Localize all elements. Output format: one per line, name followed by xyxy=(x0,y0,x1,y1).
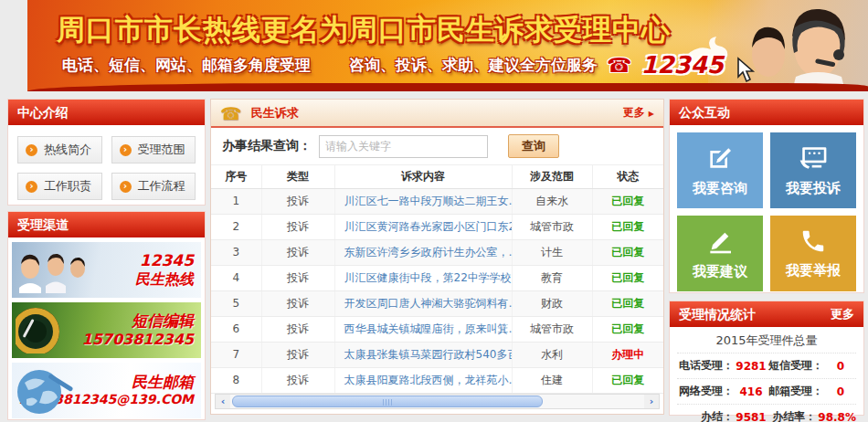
public-interaction-title: 公众互动 xyxy=(679,100,730,125)
report-tile-label: 我要举报 xyxy=(786,262,841,280)
table-row: 5 投诉 开发区周口唐人神湘大骆驼饲料有… 财政 已回复 xyxy=(211,290,663,316)
col-no: 序号 xyxy=(211,165,261,188)
channels-title: 受理渠道 xyxy=(17,212,69,237)
report-tile[interactable]: 我要举报 xyxy=(770,216,856,291)
statistics-panel: 受理情况统计 更多 2015年受理件总量 电话受理： 9281 短信受理： 0 … xyxy=(669,301,864,416)
work-flow-button[interactable]: › 工作流程 xyxy=(111,173,196,200)
hotline-intro-button[interactable]: › 热线简介 xyxy=(17,136,102,164)
hand-cursor-icon xyxy=(729,57,760,84)
sms-channel-banner[interactable]: 短信编辑 15703812345 xyxy=(12,302,201,358)
stats-row: 网络受理： 416 邮箱受理： 0 xyxy=(677,378,856,404)
channels-header: 受理渠道 xyxy=(8,212,205,237)
compass-illustration xyxy=(16,308,79,353)
mail-channel-banner[interactable]: 民生邮箱 15703812345@139.COM xyxy=(12,363,201,418)
arrow-dot-icon: › xyxy=(120,144,132,156)
close-rate-label: 办结率： xyxy=(772,409,816,422)
appeal-link[interactable]: 开发区周口唐人神湘大骆驼饲料有… xyxy=(344,297,513,310)
hotline-intro-label: 热线简介 xyxy=(44,142,91,158)
complain-tile[interactable]: 我要投诉 xyxy=(770,132,856,208)
keyword-input[interactable] xyxy=(319,135,488,158)
appeals-table: 序号 类型 诉求内容 涉及范围 状态 1 投诉 川汇区七一路中段万顺达二期王女…… xyxy=(211,165,663,394)
web-accepted-label: 网络受理： xyxy=(679,384,734,399)
scrollbar-track[interactable] xyxy=(230,395,644,408)
status-badge: 已回复 xyxy=(611,297,644,310)
banner-subtitle-left: 电话、短信、网站、邮箱多角度受理 xyxy=(62,55,311,76)
statistics-header: 受理情况统计 更多 xyxy=(670,301,863,327)
table-row: 8 投诉 太康县阳夏路北段西侧，龙祥苑小… 住建 已回复 xyxy=(211,367,663,393)
table-row: 3 投诉 东新区许湾乡乡政府计生办公室，… 计生 已回复 xyxy=(211,239,663,265)
table-row: 6 投诉 西华县城关镇城隍庙街，原来叫箕… 城管市政 已回复 xyxy=(211,316,663,342)
sms-banner-label: 短信编辑 xyxy=(132,311,194,331)
col-status: 状态 xyxy=(592,165,663,188)
table-row: 7 投诉 太康县张集镇马菜园行政村540多亩… 水利 办理中 xyxy=(211,342,663,367)
sms-accepted-value: 0 xyxy=(825,360,856,373)
search-button[interactable]: 查询 xyxy=(508,134,559,158)
status-badge: 已回复 xyxy=(611,322,644,335)
gold-telephone-icon: ☎ xyxy=(220,103,242,123)
phone-handset-icon xyxy=(799,227,827,255)
center-intro-panel: 中心介绍 › 热线简介 › 受理范围 › 工作职责 › 工作流程 xyxy=(7,99,206,206)
appeal-link[interactable]: 太康县阳夏路北段西侧，龙祥苑小… xyxy=(344,374,513,386)
appeal-link[interactable]: 太康县张集镇马菜园行政村540多亩… xyxy=(344,348,513,361)
appeals-more-link[interactable]: 更多 ▶ xyxy=(623,105,654,121)
acceptance-scope-button[interactable]: › 受理范围 xyxy=(111,136,196,164)
close-rate-value: 98.8% xyxy=(818,411,856,422)
scrollbar-thumb[interactable] xyxy=(232,396,543,407)
appeals-title: 民生诉求 xyxy=(251,105,623,121)
appeal-link[interactable]: 东新区许湾乡乡政府计生办公室，… xyxy=(344,246,513,258)
appeal-link[interactable]: 西华县城关镇城隍庙街，原来叫箕… xyxy=(344,322,513,335)
center-intro-title: 中心介绍 xyxy=(17,100,69,125)
channels-panel: 受理渠道 12345 民生热线 短信编辑 15703812345 xyxy=(7,211,206,420)
arrow-dot-icon: › xyxy=(26,181,37,193)
suggest-tile-label: 我要建议 xyxy=(693,263,747,280)
statistics-title: 受理情况统计 xyxy=(679,301,756,327)
appeal-link[interactable]: 川汇区七一路中段万顺达二期王女… xyxy=(344,195,513,207)
arrow-dot-icon: › xyxy=(26,144,37,156)
banner-subtitle-right: 咨询、投诉、求助、建议全方位服务 xyxy=(349,55,598,76)
pencil-icon xyxy=(705,227,735,256)
work-flow-label: 工作流程 xyxy=(138,178,185,195)
status-badge: 已回复 xyxy=(611,374,644,386)
hotline-banner-number: 12345 xyxy=(140,251,194,270)
mail-banner-label: 民生邮箱 xyxy=(132,373,194,392)
appeals-header: ☎ 民生诉求 更多 ▶ xyxy=(211,100,663,128)
more-arrow-icon: ▶ xyxy=(649,110,654,118)
top-banner: 周口市市长热线更名为周口市民生诉求受理中心 电话、短信、网站、邮箱多角度受理 咨… xyxy=(27,0,868,91)
table-row: 4 投诉 川汇区健康街中段，第22中学学校… 教育 已回复 xyxy=(211,265,663,290)
table-row: 1 投诉 川汇区七一路中段万顺达二期王女… 自来水 已回复 xyxy=(211,188,663,214)
appeals-panel: ☎ 民生诉求 更多 ▶ 办事结果查询： 查询 序号 类型 诉求内容 涉及范围 状… xyxy=(210,99,664,415)
statistics-subtitle: 2015年受理件总量 xyxy=(670,327,863,353)
hotline-channel-banner[interactable]: 12345 民生热线 xyxy=(12,242,201,298)
closed-value: 9581 xyxy=(736,411,767,422)
mail-accepted-label: 邮箱受理： xyxy=(768,384,823,399)
result-search-bar: 办事结果查询： 查询 xyxy=(211,128,663,165)
suggest-tile[interactable]: 我要建议 xyxy=(677,216,763,291)
operators-illustration xyxy=(16,248,87,293)
horizontal-scrollbar: ‹ › xyxy=(215,394,660,409)
scroll-left-arrow[interactable]: ‹ xyxy=(216,395,230,408)
appeal-link[interactable]: 川汇区黄河路春光家园小区门口东2… xyxy=(344,220,513,233)
consult-tile[interactable]: 我要咨询 xyxy=(677,132,763,208)
stats-row: 电话受理： 9281 短信受理： 0 xyxy=(677,353,856,378)
globe-illustration xyxy=(16,368,79,416)
sms-banner-number: 15703812345 xyxy=(82,331,194,349)
appeal-link[interactable]: 川汇区健康街中段，第22中学学校… xyxy=(344,271,513,284)
arrow-dot-icon: › xyxy=(120,181,132,193)
stats-row: 办结： 9581 办结率： 98.8% xyxy=(677,404,856,422)
public-interaction-header: 公众互动 xyxy=(670,100,863,125)
statistics-more-link[interactable]: 更多 xyxy=(831,301,854,327)
consult-tile-label: 我要咨询 xyxy=(693,180,747,197)
edit-square-icon xyxy=(705,143,735,173)
status-badge: 已回复 xyxy=(611,271,644,284)
closed-label: 办结： xyxy=(701,409,734,422)
scroll-right-arrow[interactable]: › xyxy=(644,395,659,408)
public-interaction-panel: 公众互动 我要咨询 我要投诉 我要建议 xyxy=(669,99,864,293)
hotline-number: 12345 xyxy=(640,51,723,79)
hotline-banner-label: 民生热线 xyxy=(135,270,194,289)
work-duty-button[interactable]: › 工作职责 xyxy=(17,173,102,200)
status-badge: 已回复 xyxy=(611,195,644,207)
phone-accepted-value: 9281 xyxy=(736,360,767,373)
status-badge: 办理中 xyxy=(611,348,644,361)
table-header-row: 序号 类型 诉求内容 涉及范围 状态 xyxy=(211,165,663,188)
col-scope: 涉及范围 xyxy=(512,165,592,188)
